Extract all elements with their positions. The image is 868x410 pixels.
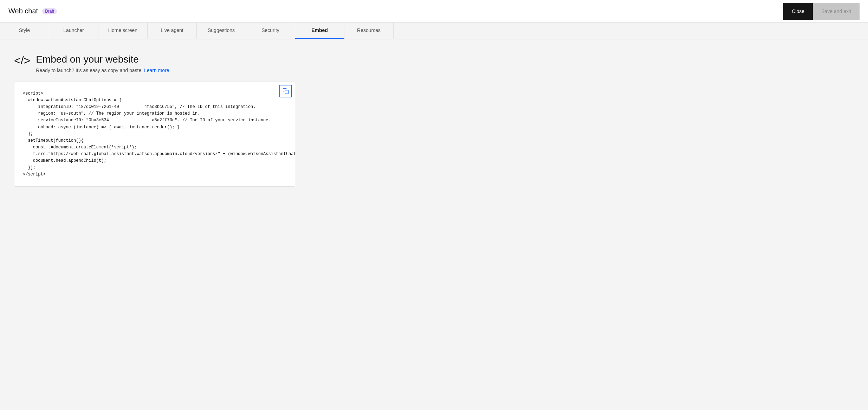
learn-more-link[interactable]: Learn more [144,68,169,73]
nav-tabs: Style Launcher Home screen Live agent Su… [0,23,868,39]
tab-security[interactable]: Security [246,23,295,39]
tab-resources[interactable]: Resources [344,23,394,39]
page-header: </> Embed on your website Ready to launc… [14,53,408,73]
page-title: Embed on your website [36,53,169,65]
app-title: Web chat [8,7,38,15]
copy-button[interactable] [279,85,292,97]
tab-home-screen[interactable]: Home screen [98,23,148,39]
tab-live-agent[interactable]: Live agent [148,23,197,39]
page-subtitle: Ready to launch? It's as easy as copy an… [36,68,169,73]
draft-badge: Draft [42,8,57,14]
header-right: Close Save and exit [783,3,860,20]
tab-style[interactable]: Style [0,23,49,39]
embed-code-icon: </> [14,55,30,66]
tab-suggestions[interactable]: Suggestions [197,23,246,39]
svg-rect-0 [285,90,289,94]
page-title-block: Embed on your website Ready to launch? I… [36,53,169,73]
tab-launcher[interactable]: Launcher [49,23,98,39]
code-block: <script> window.watsonAssistantChatOptio… [14,82,295,186]
main-content: </> Embed on your website Ready to launc… [0,39,422,201]
save-exit-button[interactable]: Save and exit [813,3,860,20]
header-left: Web chat Draft [8,7,57,15]
close-button[interactable]: Close [783,3,813,20]
header: Web chat Draft Close Save and exit [0,0,868,23]
tab-embed[interactable]: Embed [295,23,344,39]
copy-icon [283,88,289,94]
code-container: <script> window.watsonAssistantChatOptio… [14,82,295,187]
